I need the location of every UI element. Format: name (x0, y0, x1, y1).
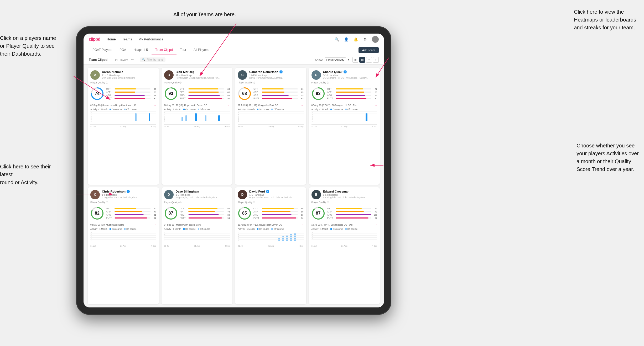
quality-section[interactable]: 74 OTT 60 APP 58 ARG 84 PUTT (90, 87, 156, 100)
stat-row: PUTT 85 (253, 97, 304, 100)
show-select[interactable]: Player Activity (325, 57, 346, 62)
quality-label: Player Quality ⓘ (90, 81, 156, 84)
round-arrow[interactable]: → (375, 223, 377, 226)
quality-section[interactable]: 85 OTT 89 APP 80 ARG 83 PUTT (238, 206, 304, 220)
player-club: Sunningdale Golf Club, United Kingdom (323, 196, 377, 199)
grid-view-button[interactable]: ⊞ (352, 57, 358, 63)
latest-round: 07 Aug 23 | 77 (+7), St George's Hill GC… (311, 102, 377, 107)
team-title: Team Clippd (89, 58, 107, 62)
stat-row: ARG 83 (327, 94, 377, 97)
player-header: D Dave Billingham 1-5 Handicap Sag Magin… (164, 190, 230, 199)
chart-labels: 31 Jul 21 Aug 4 Sep (164, 245, 230, 247)
activity-section: Activity · 1 Month On course Off course … (90, 228, 156, 247)
player-avatar: E (311, 190, 321, 199)
add-team-button[interactable]: Add Team (359, 47, 379, 53)
list-view-button[interactable]: ▤ (359, 57, 365, 63)
stats-bars: OTT 89 APP 80 ARG 83 PUTT 96 (253, 207, 304, 219)
filter-placeholder: Filter by name (147, 58, 163, 61)
avatar[interactable] (372, 36, 379, 43)
quality-section[interactable]: 68 OTT 61 APP 63 ARG 75 PUTT (238, 87, 304, 100)
round-arrow[interactable]: → (375, 104, 377, 107)
nav-item-performance[interactable]: My Performance (138, 37, 163, 41)
player-card-3[interactable]: C Charlie Quick ✓ 6-10 Handicap St. Geor… (309, 68, 380, 185)
round-arrow[interactable]: → (301, 223, 304, 226)
stat-row: PUTT 85 (106, 97, 156, 100)
quality-circle[interactable]: 68 (238, 87, 251, 100)
nav-item-home[interactable]: Home (107, 37, 116, 41)
quality-section[interactable]: 93 OTT 84 APP 85 ARG 88 PUTT (164, 87, 230, 100)
player-info: Aaron Nicholls 11-15 Handicap Drift Golf… (102, 70, 156, 79)
quality-section[interactable]: 82 OTT 60 APP 77 ARG 81 PUTT (90, 206, 156, 220)
player-header: C Charlie Quick ✓ 6-10 Handicap St. Geor… (311, 70, 377, 80)
quality-number: 68 (242, 91, 247, 96)
nav-logo: clippd (89, 37, 100, 42)
bell-icon[interactable]: 🔔 (353, 37, 358, 42)
player-card-2[interactable]: C Cameron Robertson ✓ 11-15 Handicap Roy… (235, 68, 306, 185)
stats-bars: OTT 82 APP 74 ARG 85 PUTT 94 (180, 207, 230, 219)
player-name[interactable]: Charlie Quick ✓ (323, 70, 377, 73)
stats-bars: OTT 60 APP 58 ARG 84 PUTT 85 (106, 88, 156, 100)
settings-icon[interactable]: ⚙ (362, 37, 368, 42)
team-header: Team Clippd | 14 Players ✏ 🔍 Filter by n… (84, 55, 384, 65)
player-name[interactable]: Aaron Nicholls (102, 70, 156, 73)
sub-nav-team-clippd[interactable]: Team Clippd (152, 45, 176, 55)
sub-nav-pga[interactable]: PGA (116, 45, 130, 55)
sort-button[interactable]: ↕ (373, 57, 379, 63)
quality-circle[interactable]: 83 (311, 87, 325, 100)
player-avatar: C (90, 190, 100, 199)
quality-circle[interactable]: 93 (164, 87, 178, 100)
quality-circle[interactable]: 85 (238, 206, 251, 220)
round-arrow[interactable]: → (154, 104, 156, 107)
round-text: 26 Aug 23 | 73 (+1), Royal North Devon G… (164, 104, 207, 107)
sub-nav-all-players[interactable]: All Players (190, 45, 212, 55)
player-info: Blair McHarg Plus Handicap Royal North D… (176, 70, 230, 79)
profile-icon[interactable]: 👤 (344, 37, 349, 42)
stat-row: OTT 84 (180, 88, 230, 90)
stat-row: PUTT 92 (327, 217, 377, 219)
quality-circle[interactable]: 74 (90, 87, 104, 100)
quality-circle[interactable]: 87 (311, 206, 325, 220)
latest-round: 26 Aug 23 | 73 (+1), Royal North Devon G… (164, 102, 230, 107)
player-card-0[interactable]: A Aaron Nicholls 11-15 Handicap Drift Go… (88, 68, 159, 185)
player-info: Cameron Robertson ✓ 11-15 Handicap Royal… (249, 70, 304, 79)
player-card-7[interactable]: E Edward Crossman 1-5 Handicap Sunningda… (309, 187, 380, 304)
player-name[interactable]: David Ford ✓ (249, 190, 304, 193)
quality-section[interactable]: 87 OTT 73 APP 79 ARG 103 PUTT (311, 206, 377, 220)
sub-nav-pgat[interactable]: PGAT Players (89, 45, 116, 55)
chart-area: 5 4 3 2 1 (238, 231, 304, 244)
stat-row: PUTT 94 (180, 217, 230, 219)
player-name[interactable]: Blair McHarg (176, 70, 230, 73)
player-handicap: 1-5 Handicap (102, 193, 156, 196)
latest-round: 03 Mar 23 | 19, Must make putting → (90, 222, 156, 226)
sub-nav-hcaps[interactable]: Hcaps 1-5 (130, 45, 152, 55)
quality-section[interactable]: 83 OTT 77 APP 80 ARG 83 PUTT (311, 87, 377, 100)
filter-button[interactable]: ♦ (366, 57, 372, 63)
player-card-1[interactable]: B Blair McHarg Plus Handicap Royal North… (162, 68, 233, 185)
round-arrow[interactable]: → (227, 104, 230, 107)
latest-round: 02 Jul 23 | 59 (+17), Craigmillar Park G… (238, 102, 304, 107)
round-text: 02 Jul 23 | 59 (+17), Craigmillar Park G… (238, 104, 278, 107)
activities-annotation: Choose whether you see your players Acti… (577, 142, 639, 173)
player-card-6[interactable]: D David Ford ✓ 1-5 Handicap Royal North … (235, 187, 306, 304)
quality-circle[interactable]: 82 (90, 206, 104, 220)
player-name[interactable]: Cameron Robertson ✓ (249, 70, 304, 73)
round-arrow[interactable]: → (154, 223, 156, 226)
player-card-4[interactable]: C Chris Robertson ✓ 1-5 Handicap Craigmi… (88, 187, 159, 304)
activity-section: Activity · 1 Month On course Off course … (238, 108, 304, 127)
player-name[interactable]: Dave Billingham (176, 190, 230, 193)
player-name[interactable]: Edward Crossman (323, 190, 377, 193)
quality-circle[interactable]: 87 (164, 206, 178, 220)
chart-area: 5 4 3 2 1 (90, 111, 156, 125)
nav-item-teams[interactable]: Teams (122, 37, 132, 41)
sub-nav-tour[interactable]: Tour (176, 45, 190, 55)
quality-section[interactable]: 87 OTT 82 APP 74 ARG 85 PUTT (164, 206, 230, 220)
quality-number: 85 (242, 211, 247, 216)
edit-icon[interactable]: ✏ (131, 58, 134, 61)
stats-bars: OTT 77 APP 80 ARG 83 PUTT 86 (327, 88, 377, 100)
round-arrow[interactable]: → (227, 223, 230, 226)
player-card-5[interactable]: D Dave Billingham 1-5 Handicap Sag Magin… (162, 187, 233, 304)
quality-number: 93 (169, 91, 173, 96)
player-name[interactable]: Chris Robertson ✓ (102, 190, 156, 193)
round-arrow[interactable]: → (301, 104, 304, 107)
search-icon[interactable]: 🔍 (334, 37, 339, 42)
